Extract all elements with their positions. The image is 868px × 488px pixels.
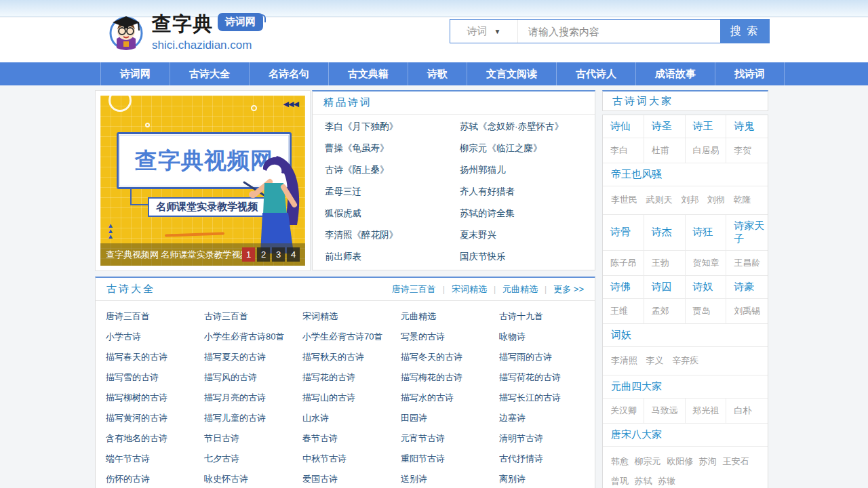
featured-link[interactable]: 齐人有好猎者 bbox=[460, 186, 515, 198]
poem-link[interactable]: 描写荷花的古诗 bbox=[499, 371, 595, 384]
poem-link[interactable]: 重阳节古诗 bbox=[401, 453, 499, 465]
poet-category-link[interactable]: 诗佛 bbox=[610, 281, 631, 293]
poem-link[interactable]: 山水诗 bbox=[302, 412, 401, 424]
poem-link[interactable]: 端午节古诗 bbox=[106, 453, 204, 465]
poem-link[interactable]: 描写月亮的古诗 bbox=[204, 392, 302, 404]
quick-link-yuanqu[interactable]: 元曲精选 bbox=[502, 283, 538, 296]
poem-link[interactable]: 唐诗三百首 bbox=[106, 310, 204, 323]
pager-dot-2[interactable]: 2 bbox=[257, 247, 270, 262]
poem-link[interactable]: 七夕古诗 bbox=[204, 453, 302, 465]
poem-link[interactable]: 元曲精选 bbox=[401, 310, 499, 323]
poem-link[interactable]: 描写山的古诗 bbox=[302, 392, 401, 404]
featured-link[interactable]: 扬州郭猫儿 bbox=[460, 164, 506, 176]
featured-link[interactable]: 李白《月下独酌》 bbox=[325, 121, 398, 133]
poem-link[interactable]: 描写春天的古诗 bbox=[106, 351, 204, 363]
poem-link[interactable]: 描写儿童的古诗 bbox=[204, 412, 302, 424]
poem-link[interactable]: 古诗十九首 bbox=[499, 310, 595, 323]
nav-item-chengyugushi[interactable]: 成语故事 bbox=[636, 62, 715, 85]
featured-link[interactable]: 前出师表 bbox=[325, 251, 361, 263]
poem-link[interactable]: 中秋节古诗 bbox=[302, 453, 401, 465]
nav-item-gudaishiren[interactable]: 古代诗人 bbox=[557, 62, 636, 85]
poem-link[interactable]: 小学生必背古诗70首 bbox=[302, 331, 401, 343]
poem-link[interactable]: 描写柳树的古诗 bbox=[106, 392, 204, 404]
poet-link-group[interactable]: 李世民 武则天 刘邦 刘彻 乾隆 bbox=[611, 191, 760, 209]
poem-link[interactable]: 描写雨的古诗 bbox=[499, 351, 595, 363]
pager-dot-1[interactable]: 1 bbox=[242, 247, 255, 262]
poem-link[interactable]: 送别诗 bbox=[401, 473, 499, 485]
nav-item-wenyanwen[interactable]: 文言文阅读 bbox=[467, 62, 557, 85]
quick-link-songci[interactable]: 宋词精选 bbox=[452, 283, 487, 296]
poem-link[interactable]: 描写秋天的古诗 bbox=[302, 351, 401, 363]
featured-link[interactable]: 柳宗元《临江之麋》 bbox=[460, 142, 542, 155]
featured-link[interactable]: 狐假虎威 bbox=[325, 207, 361, 220]
featured-link[interactable]: 曹操《龟虽寿》 bbox=[325, 142, 389, 155]
poet-category-link[interactable]: 元曲四大家 bbox=[611, 380, 662, 392]
featured-link[interactable]: 夏末野兴 bbox=[460, 229, 496, 241]
poem-link[interactable]: 清明节古诗 bbox=[499, 432, 595, 445]
poem-link[interactable]: 写景的古诗 bbox=[401, 331, 499, 343]
search-category-select[interactable]: 诗词 ▼ bbox=[450, 20, 518, 43]
poem-link[interactable]: 伤怀的古诗 bbox=[106, 473, 204, 485]
poet-link[interactable]: 杜甫 bbox=[652, 143, 669, 158]
poet-link[interactable]: 马致远 bbox=[652, 403, 678, 418]
poet-category-link[interactable]: 诗狂 bbox=[693, 226, 713, 239]
search-button[interactable]: 搜 索 bbox=[720, 20, 769, 43]
poem-link[interactable]: 描写梅花的古诗 bbox=[401, 371, 499, 384]
poet-link-group[interactable]: 李清照 李义 辛弃疾 bbox=[611, 352, 760, 370]
poem-link[interactable]: 描写长江的古诗 bbox=[499, 392, 595, 404]
poet-category-link[interactable]: 诗囚 bbox=[652, 281, 672, 293]
poet-category-link[interactable]: 诗骨 bbox=[610, 226, 631, 239]
poet-link[interactable]: 贾岛 bbox=[693, 304, 711, 319]
featured-link[interactable]: 国庆节快乐 bbox=[460, 251, 506, 263]
featured-link[interactable]: 苏轼的诗全集 bbox=[460, 207, 515, 220]
poet-category-link[interactable]: 帝王也风骚 bbox=[611, 168, 662, 180]
poet-category-link[interactable]: 唐宋八大家 bbox=[611, 428, 662, 440]
poet-category-link[interactable]: 诗圣 bbox=[652, 120, 672, 133]
poem-link[interactable]: 春节古诗 bbox=[302, 432, 401, 445]
poem-link[interactable]: 古代抒情诗 bbox=[499, 453, 595, 465]
poem-link[interactable]: 古诗三百首 bbox=[204, 310, 302, 323]
poet-category-link[interactable]: 诗奴 bbox=[693, 281, 713, 293]
poem-link[interactable]: 节日古诗 bbox=[204, 432, 302, 445]
poem-link[interactable]: 描写雪的古诗 bbox=[106, 371, 204, 384]
poet-link[interactable]: 刘禹锡 bbox=[734, 304, 760, 319]
featured-link[interactable]: 孟母三迁 bbox=[325, 186, 361, 198]
poet-category-link[interactable]: 诗家天子 bbox=[734, 220, 766, 245]
nav-item-zhaoshici[interactable]: 找诗词 bbox=[715, 62, 785, 85]
nav-item-guwendianji[interactable]: 古文典籍 bbox=[329, 62, 408, 85]
poet-link[interactable]: 李贺 bbox=[734, 143, 751, 158]
poet-link[interactable]: 陈子昂 bbox=[610, 256, 637, 270]
poem-link[interactable]: 描写夏天的古诗 bbox=[204, 351, 302, 363]
featured-link[interactable]: 李清照《醉花阴》 bbox=[325, 229, 398, 241]
poet-link[interactable]: 白居易 bbox=[693, 143, 719, 158]
poem-link[interactable]: 咏史怀古诗 bbox=[204, 473, 302, 485]
poet-link[interactable]: 贺知章 bbox=[693, 256, 719, 270]
nav-item-mingshimingju[interactable]: 名诗名句 bbox=[250, 62, 329, 85]
poet-category-link[interactable]: 诗鬼 bbox=[734, 120, 754, 133]
pager-dot-4[interactable]: 4 bbox=[287, 247, 300, 262]
poem-link[interactable]: 咏物诗 bbox=[499, 331, 595, 343]
poet-category-link[interactable]: 诗豪 bbox=[734, 281, 754, 293]
poet-link[interactable]: 关汉卿 bbox=[610, 403, 637, 418]
nav-item-gushidaquan[interactable]: 古诗大全 bbox=[170, 62, 250, 85]
poet-link[interactable]: 白朴 bbox=[734, 403, 751, 418]
poem-link[interactable]: 描写风的古诗 bbox=[204, 371, 302, 384]
poet-link[interactable]: 郑光祖 bbox=[693, 403, 719, 418]
poet-link-group[interactable]: 韩愈 柳宗元 欧阳修 苏洵 王安石 曾巩 苏轼 苏辙 bbox=[611, 451, 760, 488]
poet-link[interactable]: 王勃 bbox=[652, 256, 669, 270]
poet-category-link[interactable]: 诗仙 bbox=[610, 120, 631, 133]
poem-link[interactable]: 描写冬天的古诗 bbox=[401, 351, 499, 363]
poem-link[interactable]: 描写黄河的古诗 bbox=[106, 412, 204, 424]
poem-link[interactable]: 元宵节古诗 bbox=[401, 432, 499, 445]
poem-link[interactable]: 小学生必背古诗80首 bbox=[204, 331, 302, 343]
poet-category-link[interactable]: 诗王 bbox=[693, 120, 713, 133]
poem-link[interactable]: 小学古诗 bbox=[106, 331, 204, 343]
poet-category-link[interactable]: 词妖 bbox=[611, 329, 631, 340]
site-logo[interactable]: 查字典 诗词网 shici.chazidian.com bbox=[107, 11, 263, 52]
poet-link[interactable]: 王维 bbox=[610, 304, 628, 319]
quick-link-tangshi[interactable]: 唐诗三百首 bbox=[392, 283, 436, 296]
featured-link[interactable]: 古诗《陌上桑》 bbox=[325, 164, 389, 176]
poet-category-link[interactable]: 诗杰 bbox=[652, 226, 672, 239]
search-input[interactable] bbox=[518, 20, 720, 43]
nav-item-shige[interactable]: 诗歌 bbox=[408, 62, 467, 85]
